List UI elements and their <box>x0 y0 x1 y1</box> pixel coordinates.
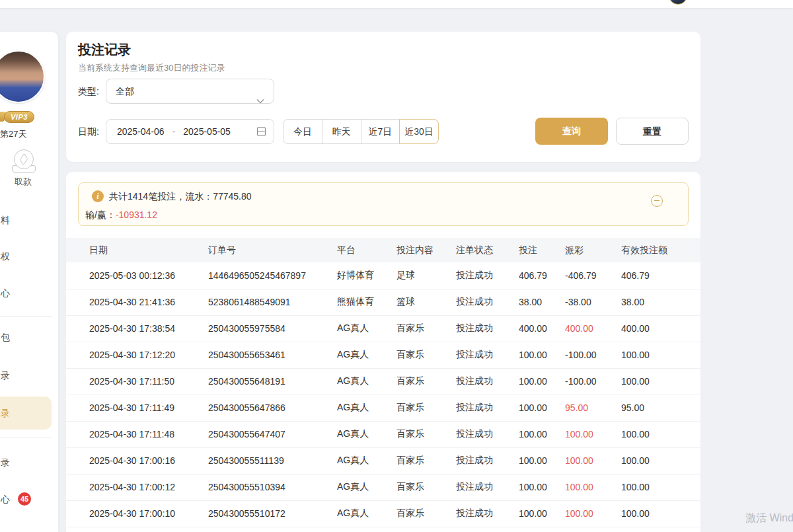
cell-status: 投注成功 <box>456 368 519 395</box>
sidebar-menu-item[interactable]: 心 <box>0 280 52 306</box>
table-row: 2025-04-30 17:11:49 250430055647866 AG真人… <box>66 395 700 421</box>
quick-range-button[interactable]: 近7日 <box>361 120 400 143</box>
withdraw-label[interactable]: 取款 <box>15 176 32 188</box>
cell-platform: AG真人 <box>337 342 397 368</box>
cell-order-number: 250430055975584 <box>208 315 337 342</box>
menu-divider <box>0 316 52 317</box>
summary-winloss-label: 输/赢： <box>85 209 116 220</box>
table-row: 2025-04-30 17:11:48 250430055647407 AG真人… <box>66 421 700 447</box>
summary-totals: 共计1414笔投注，流水：77745.80 <box>109 191 252 203</box>
topnav-item-deposit[interactable]: 存款 <box>463 0 481 8</box>
cell-date: 2025-04-30 17:12:20 <box>66 342 208 368</box>
table-row: 2025-04-30 21:41:36 5238061488549091 熊猫体… <box>66 289 700 315</box>
cell-status: 投注成功 <box>456 289 519 315</box>
cell-bet-amount: 100.00 <box>519 447 565 474</box>
cell-bet-amount: 100.00 <box>519 421 565 447</box>
cell-bet-amount: 100.00 <box>519 342 565 368</box>
cell-order-number: 250430055510394 <box>208 474 337 500</box>
query-button[interactable]: 查询 <box>535 118 608 145</box>
cell-order-number: 250430055648191 <box>208 368 337 395</box>
column-header-valid-bet: 有效投注额 <box>621 238 700 262</box>
withdraw-icon[interactable] <box>12 149 36 172</box>
cell-payout: -100.00 <box>565 368 621 395</box>
date-start-value: 2025-04-06 <box>117 126 165 137</box>
topnav-item-bet[interactable]: 投注 <box>504 0 522 8</box>
cell-bet-content: 百家乐 <box>397 315 456 342</box>
cell-payout: 100.00 <box>565 421 621 447</box>
activate-windows-watermark: 激活 Windows <box>745 512 793 525</box>
cell-bet-content: 百家乐 <box>397 421 456 447</box>
sidebar-menu-item[interactable]: 录 <box>0 362 52 389</box>
cell-valid-bet: 100.00 <box>621 421 700 447</box>
topnav-item-withdraw[interactable]: 取款 <box>543 0 562 8</box>
cell-date: 2025-04-30 17:11:50 <box>66 368 208 395</box>
sidebar-menu-item[interactable]: 录 <box>0 397 52 430</box>
date-separator: - <box>172 126 176 137</box>
cell-date: 2025-04-30 17:38:54 <box>66 315 208 342</box>
cell-valid-bet: 406.79 <box>621 262 700 289</box>
quick-range-button[interactable]: 今日 <box>283 120 322 143</box>
quick-range-button[interactable]: 近30日 <box>399 119 439 144</box>
table-row: 2025-04-30 17:00:10 250430055510172 AG真人… <box>66 500 700 527</box>
cell-platform: AG真人 <box>337 421 397 447</box>
cell-bet-amount: 406.79 <box>519 262 565 289</box>
sidebar-menu-item-label: 心 <box>1 494 10 504</box>
cell-bet-content: 百家乐 <box>397 342 456 368</box>
table-row: 2025-04-30 17:00:12 250430055510394 AG真人… <box>66 474 700 500</box>
reset-button[interactable]: 重置 <box>616 118 689 145</box>
cell-order-number: 250430055647407 <box>208 421 337 447</box>
cell-platform: AG真人 <box>337 474 397 500</box>
cell-status: 投注成功 <box>456 500 519 527</box>
cell-valid-bet: 38.00 <box>621 289 700 315</box>
column-header-order: 订单号 <box>208 238 337 262</box>
cell-valid-bet: 100.00 <box>621 368 700 395</box>
quick-date-range-group: 今日 昨天 近7日 近30日 <box>283 119 439 144</box>
cell-platform: AG真人 <box>337 368 397 395</box>
type-select[interactable]: 全部 <box>106 79 274 104</box>
sidebar-menu-item[interactable]: 心45 <box>0 486 52 512</box>
sidebar-menu-item[interactable]: 料 <box>0 207 52 233</box>
cell-order-number: 250430055510172 <box>208 500 337 527</box>
page-subtitle: 当前系统支持查询最近30日的投注记录 <box>78 62 225 74</box>
user-avatar[interactable] <box>0 50 45 103</box>
column-header-date: 日期 <box>66 238 208 262</box>
date-filter-label: 日期: <box>78 126 99 138</box>
cell-payout: 100.00 <box>565 500 621 527</box>
sidebar-menu-item[interactable]: 权 <box>0 243 52 270</box>
search-icon[interactable] <box>624 0 638 1</box>
user-avatar-small[interactable] <box>669 0 687 5</box>
sidebar-menu-item-label: 录 <box>1 457 10 468</box>
quick-range-button[interactable]: 昨天 <box>322 120 361 143</box>
cell-status: 投注成功 <box>456 395 519 421</box>
info-icon: i <box>92 190 104 202</box>
cell-valid-bet: 100.00 <box>621 447 700 474</box>
cell-date: 2025-04-30 17:00:12 <box>66 474 208 500</box>
sidebar-menu-item-label: 心 <box>1 287 10 298</box>
cell-payout: 100.00 <box>565 474 621 500</box>
summary-winloss-value: -10931.12 <box>116 209 157 220</box>
topnav-promo-link[interactable]: 新人专享好礼 <box>574 0 625 8</box>
cell-platform: AG真人 <box>337 395 397 421</box>
cell-payout: -100.00 <box>565 342 621 368</box>
cell-valid-bet: 100.00 <box>621 500 700 527</box>
column-header-content: 投注内容 <box>397 238 456 262</box>
cell-valid-bet: 95.00 <box>621 395 700 421</box>
cell-platform: 熊猫体育 <box>337 289 397 315</box>
type-select-value: 全部 <box>116 86 134 96</box>
membership-day-counter: 第27天 <box>0 128 26 140</box>
cell-date: 2025-04-30 17:11:49 <box>66 395 208 421</box>
cell-date: 2025-04-30 17:11:48 <box>66 421 208 447</box>
records-table-wrapper: 日期 订单号 平台 投注内容 注单状态 投注 派彩 有效投注额 2025-05-… <box>66 238 700 527</box>
cell-bet-content: 百家乐 <box>397 368 456 395</box>
sidebar-menu-item[interactable]: 包 <box>0 324 52 350</box>
date-range-input[interactable]: 2025-04-06 - 2025-05-05 <box>106 119 274 144</box>
cell-payout: -406.79 <box>565 262 621 289</box>
vip-level-badge: VIP3 <box>4 111 34 123</box>
cell-payout: -38.00 <box>565 289 621 315</box>
sidebar-menu-item[interactable]: 录 <box>0 449 52 476</box>
cell-bet-content: 百家乐 <box>397 474 456 500</box>
cell-valid-bet: 400.00 <box>621 315 700 342</box>
cell-bet-content: 足球 <box>397 262 456 289</box>
collapse-icon[interactable] <box>651 195 663 207</box>
cell-date: 2025-04-30 21:41:36 <box>66 289 208 315</box>
